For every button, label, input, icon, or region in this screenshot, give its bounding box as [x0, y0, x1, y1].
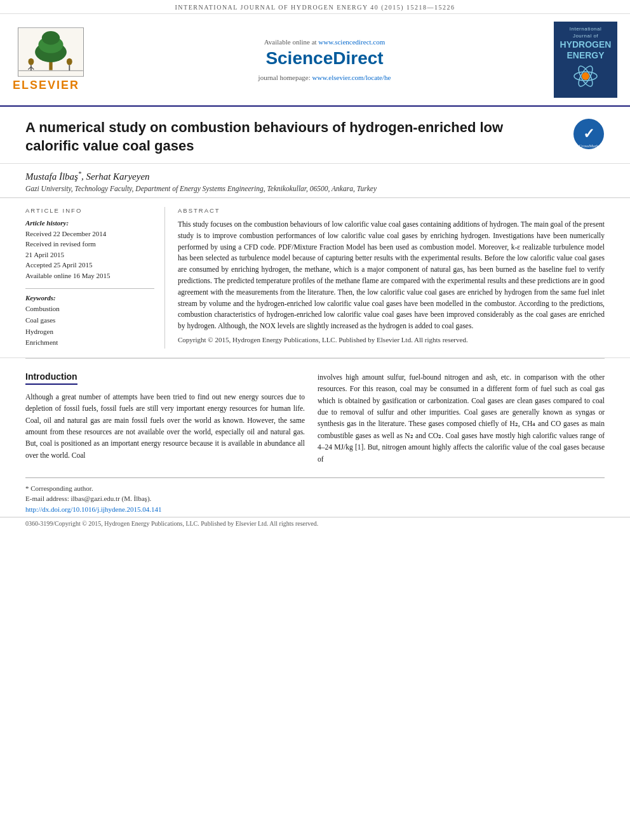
introduction-title: Introduction	[25, 371, 77, 385]
keyword-hydrogen: Hydrogen	[25, 326, 154, 338]
svg-text:CrossMark: CrossMark	[579, 143, 599, 149]
elsevier-logo-container: ELSEVIER	[13, 27, 114, 92]
svg-point-10	[67, 58, 72, 65]
footnotes-section: * Corresponding author. E-mail address: …	[25, 477, 605, 517]
available-online-date: Available online 16 May 2015	[25, 270, 154, 281]
title-section: A numerical study on combustion behaviou…	[0, 107, 630, 164]
article-info-panel: ARTICLE INFO Article history: Received 2…	[25, 207, 165, 349]
science-direct-url[interactable]: www.sciencedirect.com	[318, 38, 385, 46]
bottom-bar: 0360-3199/Copyright © 2015, Hydrogen Ene…	[0, 517, 630, 530]
authors-text: Mustafa İlbaş*, Serhat Karyeyen	[25, 170, 605, 182]
paper-title: A numerical study on combustion behaviou…	[25, 118, 521, 156]
science-part: Science	[265, 48, 333, 68]
journal-header-bar: INTERNATIONAL JOURNAL OF HYDROGEN ENERGY…	[0, 0, 630, 14]
affiliation-text: Gazi University, Technology Faculty, Dep…	[25, 185, 605, 192]
history-label: Article history:	[25, 219, 154, 227]
svg-point-13	[582, 72, 589, 80]
badge-title1: HYDROGEN	[559, 39, 612, 50]
keywords-section: Keywords: Combustion Coal gases Hydrogen…	[25, 294, 154, 348]
header-area: ELSEVIER Available online at www.science…	[0, 14, 630, 107]
corresponding-author-note: * Corresponding author.	[25, 483, 605, 494]
badge-title2: ENERGY	[559, 50, 612, 61]
journal-badge-container: International Journal of HYDROGEN ENERGY	[535, 22, 617, 98]
svg-text:✓: ✓	[583, 126, 594, 142]
intro-left-column: Introduction Although a great number of …	[25, 371, 305, 465]
elsevier-tree-icon	[13, 27, 89, 77]
author-names: Mustafa İlbaş*, Serhat Karyeyen	[25, 171, 150, 182]
available-online-text: Available online at www.sciencedirect.co…	[114, 38, 535, 46]
introduction-section: Introduction Although a great number of …	[0, 359, 630, 477]
abstract-body: This study focuses on the combustion beh…	[178, 220, 605, 330]
crossmark-icon: ✓ CrossMark	[573, 118, 605, 150]
svg-point-6	[28, 58, 34, 65]
elsevier-wordmark: ELSEVIER	[13, 79, 79, 92]
keyword-coal-gases: Coal gases	[25, 315, 154, 326]
authors-section: Mustafa İlbaş*, Serhat Karyeyen Gazi Uni…	[0, 164, 630, 198]
article-info-abstract-section: ARTICLE INFO Article history: Received 2…	[0, 198, 630, 358]
received-date: Received 22 December 2014	[25, 229, 154, 239]
accepted-date: Accepted 25 April 2015	[25, 260, 154, 270]
received-revised-label: Received in revised form	[25, 239, 154, 250]
journal-url[interactable]: www.elsevier.com/locate/he	[312, 74, 391, 81]
hydrogen-atom-icon	[573, 63, 598, 89]
abstract-text: This study focuses on the combustion beh…	[178, 219, 605, 332]
keywords-label: Keywords:	[25, 294, 154, 302]
journal-homepage-text: journal homepage: www.elsevier.com/locat…	[114, 74, 535, 81]
copyright-text: Copyright © 2015, Hydrogen Energy Public…	[178, 336, 605, 343]
elsevier-logo: ELSEVIER	[13, 27, 114, 92]
svg-point-5	[42, 31, 60, 44]
info-divider	[25, 288, 154, 289]
intro-right-column: involves high amount sulfur, fuel-bound …	[318, 371, 605, 465]
keyword-enrichment: Enrichment	[25, 337, 154, 349]
revised-date: 21 April 2015	[25, 250, 154, 260]
intro-left-text: Although a great number of attempts have…	[25, 391, 305, 461]
abstract-header: ABSTRACT	[178, 207, 605, 214]
badge-line2: Journal of	[559, 32, 612, 39]
hydrogen-energy-badge: International Journal of HYDROGEN ENERGY	[554, 22, 617, 98]
email-note: E-mail address: ilbas@gazi.edu.tr (M. İl…	[25, 493, 605, 504]
abstract-section: ABSTRACT This study focuses on the combu…	[178, 207, 605, 349]
bottom-copyright: 0360-3199/Copyright © 2015, Hydrogen Ene…	[25, 520, 318, 527]
doi-anchor[interactable]: http://dx.doi.org/10.1016/j.ijhydene.201…	[25, 505, 162, 513]
badge-line1: International	[559, 25, 612, 32]
article-history: Article history: Received 22 December 20…	[25, 219, 154, 281]
doi-link[interactable]: http://dx.doi.org/10.1016/j.ijhydene.201…	[25, 504, 605, 515]
sciencedirect-logo: ScienceDirect	[114, 48, 535, 69]
article-info-header: ARTICLE INFO	[25, 207, 154, 214]
header-center: Available online at www.sciencedirect.co…	[114, 38, 535, 81]
journal-citation: INTERNATIONAL JOURNAL OF HYDROGEN ENERGY…	[175, 4, 455, 11]
intro-right-text: involves high amount sulfur, fuel-bound …	[318, 371, 605, 465]
crossmark-badge[interactable]: ✓ CrossMark	[573, 118, 605, 150]
direct-part: Direct	[333, 48, 383, 68]
keyword-combustion: Combustion	[25, 303, 154, 315]
